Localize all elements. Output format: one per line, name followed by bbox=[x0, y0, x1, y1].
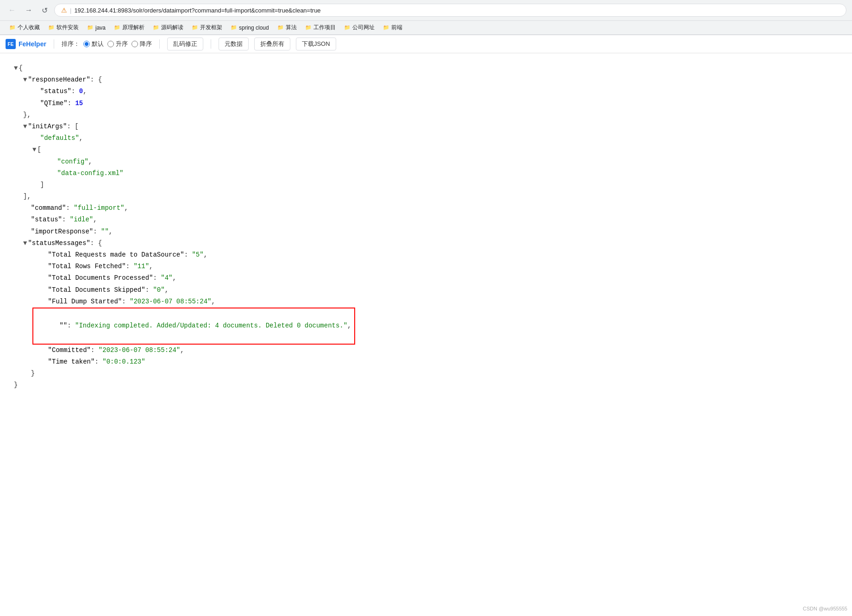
bookmark-spring-cloud[interactable]: 📁 spring cloud bbox=[227, 23, 273, 32]
toggle-inner-array[interactable]: ▼ bbox=[32, 144, 36, 156]
forward-button[interactable]: → bbox=[22, 4, 35, 16]
folder-icon: 📁 bbox=[114, 25, 120, 31]
url-text: 192.168.244.41:8983/solr/orders/dataimpo… bbox=[74, 7, 839, 14]
sort-desc-text: 降序 bbox=[140, 40, 152, 48]
reload-button[interactable]: ↺ bbox=[39, 4, 50, 17]
bookmark-java[interactable]: 📁 java bbox=[83, 23, 109, 32]
bookmark-label: 开发框架 bbox=[200, 24, 222, 31]
folder-icon: 📁 bbox=[9, 25, 16, 31]
sort-default-label[interactable]: 默认 bbox=[83, 40, 104, 48]
sort-desc-radio[interactable] bbox=[132, 41, 138, 47]
back-button[interactable]: ← bbox=[6, 4, 19, 16]
total-rows-line: "Total Rows Fetched": "11", bbox=[14, 261, 838, 272]
sort-desc-label[interactable]: 降序 bbox=[132, 40, 152, 48]
response-header-close: }, bbox=[14, 109, 838, 121]
status-messages-open: ▼ "statusMessages": { bbox=[14, 238, 838, 249]
total-docs-processed-line: "Total Documents Processed": "4", bbox=[14, 272, 838, 284]
fix-encoding-button[interactable]: 乱码修正 bbox=[167, 38, 203, 50]
status-field-line: "status": "idle", bbox=[14, 214, 838, 226]
folder-icon: 📁 bbox=[48, 25, 55, 31]
sort-group: 排序： 默认 升序 降序 bbox=[62, 40, 152, 48]
bookmark-label: spring cloud bbox=[239, 25, 269, 31]
committed-line: "Committed": "2023-06-07 08:55:24", bbox=[14, 345, 838, 356]
folder-icon: 📁 bbox=[231, 25, 237, 31]
bookmark-source[interactable]: 📁 源码解读 bbox=[149, 22, 187, 33]
bookmark-personal[interactable]: 📁 个人收藏 bbox=[6, 22, 44, 33]
fehelper-logo-text: FeHelper bbox=[19, 40, 46, 48]
total-requests-line: "Total Requests made to DataSource": "5"… bbox=[14, 249, 838, 261]
bookmark-label: 前端 bbox=[391, 24, 402, 31]
toggle-status-messages[interactable]: ▼ bbox=[23, 238, 27, 249]
bookmark-label: 工作项目 bbox=[313, 24, 336, 31]
bookmark-work[interactable]: 📁 工作项目 bbox=[301, 22, 339, 33]
qtime-line: "QTime": 15 bbox=[14, 98, 838, 109]
status-line: "status": 0, bbox=[14, 86, 838, 97]
bookmark-algorithm[interactable]: 📁 算法 bbox=[274, 22, 301, 33]
collapse-all-button[interactable]: 折叠所有 bbox=[254, 38, 290, 50]
folder-icon: 📁 bbox=[153, 25, 159, 31]
bookmarks-bar: 📁 个人收藏 📁 软件安装 📁 java 📁 原理解析 📁 源码解读 📁 开发框… bbox=[0, 21, 852, 35]
bookmark-label: 公司网址 bbox=[352, 24, 375, 31]
bookmark-framework[interactable]: 📁 开发框架 bbox=[188, 22, 226, 33]
divider bbox=[54, 39, 54, 49]
bookmark-software[interactable]: 📁 软件安装 bbox=[44, 22, 82, 33]
inner-array-close: ] bbox=[14, 179, 838, 191]
bookmark-label: 源码解读 bbox=[161, 24, 183, 31]
inner-array-open: ▼ [ bbox=[14, 144, 838, 156]
toggle-root[interactable]: ▼ bbox=[14, 63, 18, 74]
raw-data-button[interactable]: 元数据 bbox=[219, 38, 249, 50]
response-header-line: ▼ "responseHeader": { bbox=[14, 74, 838, 86]
time-taken-line: "Time taken": "0:0:0.123" bbox=[14, 356, 838, 368]
sort-asc-radio[interactable] bbox=[107, 41, 114, 47]
toggle-initargs[interactable]: ▼ bbox=[23, 121, 27, 132]
fehelper-logo: FE FeHelper bbox=[6, 39, 46, 49]
data-config-line: "data-config.xml" bbox=[14, 168, 838, 179]
folder-icon: 📁 bbox=[277, 25, 284, 31]
folder-icon: 📁 bbox=[192, 25, 198, 31]
folder-icon: 📁 bbox=[383, 25, 389, 31]
json-viewer: ▼ { ▼ "responseHeader": { "status": 0, "… bbox=[0, 53, 852, 470]
bookmark-label: 算法 bbox=[286, 24, 297, 31]
bookmark-label: java bbox=[95, 25, 106, 31]
total-docs-skipped-line: "Total Documents Skipped": "0", bbox=[14, 284, 838, 296]
toggle-response-header[interactable]: ▼ bbox=[23, 74, 27, 86]
folder-icon: 📁 bbox=[87, 25, 94, 31]
initargs-line: ▼ "initArgs": [ bbox=[14, 121, 838, 132]
sort-default-text: 默认 bbox=[92, 40, 104, 48]
defaults-line: "defaults", bbox=[14, 132, 838, 144]
highlighted-indexing-row: "": "Indexing completed. Added/Updated: … bbox=[32, 308, 355, 345]
divider bbox=[159, 39, 160, 49]
bookmark-company[interactable]: 📁 公司网址 bbox=[340, 22, 378, 33]
initargs-close: ], bbox=[14, 191, 838, 202]
bookmark-label: 个人收藏 bbox=[18, 24, 40, 31]
sort-label: 排序： bbox=[62, 40, 80, 48]
indexing-completed-line: "": "Indexing completed. Added/Updated: … bbox=[14, 308, 838, 345]
import-response-line: "importResponse": "", bbox=[14, 226, 838, 238]
status-messages-close: } bbox=[14, 368, 838, 379]
command-line: "command": "full-import", bbox=[14, 202, 838, 214]
root-open: ▼ { bbox=[14, 63, 838, 74]
folder-icon: 📁 bbox=[344, 25, 351, 31]
fehelper-toolbar: FE FeHelper 排序： 默认 升序 降序 乱码修正 元数据 折叠所有 下… bbox=[0, 35, 852, 53]
bookmark-label: 软件安装 bbox=[56, 24, 79, 31]
fehelper-logo-box: FE bbox=[6, 39, 16, 49]
root-close: } bbox=[14, 379, 838, 391]
config-line: "config", bbox=[14, 156, 838, 168]
divider bbox=[211, 39, 211, 49]
sort-asc-text: 升序 bbox=[116, 40, 128, 48]
download-json-button[interactable]: 下载JSON bbox=[296, 38, 336, 50]
bookmark-frontend[interactable]: 📁 前端 bbox=[379, 22, 406, 33]
folder-icon: 📁 bbox=[305, 25, 312, 31]
address-bar[interactable]: ⚠ | 192.168.244.41:8983/solr/orders/data… bbox=[54, 4, 846, 17]
full-dump-line: "Full Dump Started": "2023-06-07 08:55:2… bbox=[14, 296, 838, 308]
bookmark-label: 原理解析 bbox=[122, 24, 144, 31]
bookmark-principle[interactable]: 📁 原理解析 bbox=[110, 22, 148, 33]
sort-asc-label[interactable]: 升序 bbox=[107, 40, 128, 48]
security-warning-icon: ⚠ bbox=[61, 6, 67, 14]
sort-default-radio[interactable] bbox=[83, 41, 90, 47]
